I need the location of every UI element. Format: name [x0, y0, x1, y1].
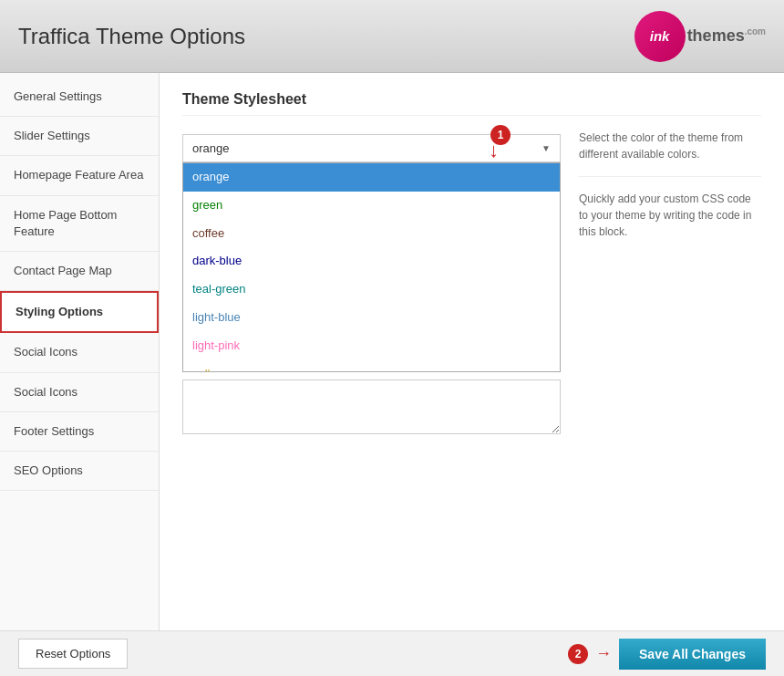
select-arrow-icon: ▼: [542, 143, 551, 153]
sidebar-item-homepage-feature-area[interactable]: Homepage Feature Area: [0, 156, 159, 195]
sidebar-item-social-icons-1[interactable]: Social Icons: [0, 333, 159, 372]
field-divider: [579, 176, 761, 177]
logo: ink themes.com: [634, 11, 766, 62]
dropdown-item-orange[interactable]: orange: [183, 163, 560, 192]
logo-circle: ink: [634, 11, 686, 62]
reset-options-button[interactable]: Reset Options: [18, 639, 128, 669]
step2-arrow-icon: →: [595, 644, 612, 663]
stylesheet-field-right: Select the color of the theme from diffe…: [579, 130, 761, 437]
dropdown-item-teal-green[interactable]: teal-green: [183, 276, 560, 304]
theme-stylesheet-section: Theme Stylesheet 1 ↓ orange ▼: [182, 91, 761, 437]
custom-css-textarea[interactable]: [182, 380, 561, 434]
logo-ink-text: ink: [650, 28, 670, 44]
sidebar-item-styling-options[interactable]: Styling Options: [0, 291, 159, 333]
step2-badge: 2: [568, 644, 588, 664]
page-title: Traffica Theme Options: [18, 24, 245, 49]
stylesheet-dropdown-list: orange green coffee dark-blue: [182, 162, 561, 372]
dropdown-item-dark-blue[interactable]: dark-blue: [183, 247, 560, 276]
dropdown-item-coffee[interactable]: coffee: [183, 220, 560, 248]
select-value: orange: [192, 141, 229, 155]
dropdown-item-green[interactable]: green: [183, 192, 560, 220]
main-content: Theme Stylesheet 1 ↓ orange ▼: [160, 73, 784, 630]
footer: Reset Options 2 → Save All Changes: [0, 630, 784, 676]
stylesheet-field-left: 1 ↓ orange ▼ orange: [182, 130, 561, 437]
custom-css-description: Quickly add your custom CSS code to your…: [579, 191, 761, 240]
logo-themes-text: themes.com: [687, 26, 766, 46]
sidebar-item-seo-options[interactable]: SEO Options: [0, 452, 159, 491]
stylesheet-select-wrapper: orange ▼ orange green co: [182, 134, 561, 372]
step2-wrapper: 2 → Save All Changes: [568, 639, 766, 670]
save-all-changes-button[interactable]: Save All Changes: [619, 639, 766, 670]
layout: General Settings Slider Settings Homepag…: [0, 73, 784, 630]
sidebar-item-home-page-bottom-feature[interactable]: Home Page Bottom Feature: [0, 196, 159, 252]
header: Traffica Theme Options ink themes.com: [0, 0, 784, 73]
step1-arrow-icon: ↓: [489, 139, 499, 162]
dropdown-item-light-pink[interactable]: light-pink: [183, 332, 560, 360]
stylesheet-field-row: 1 ↓ orange ▼ orange: [182, 130, 761, 437]
sidebar-item-footer-settings[interactable]: Footer Settings: [0, 412, 159, 452]
sidebar-item-slider-settings[interactable]: Slider Settings: [0, 117, 159, 156]
sidebar-item-social-icons-2[interactable]: Social Icons: [0, 373, 159, 412]
sidebar: General Settings Slider Settings Homepag…: [0, 73, 160, 630]
select-description: Select the color of the theme from diffe…: [579, 130, 761, 162]
section-title: Theme Stylesheet: [182, 91, 761, 116]
sidebar-item-contact-page-map[interactable]: Contact Page Map: [0, 252, 159, 291]
sidebar-item-general-settings[interactable]: General Settings: [0, 78, 159, 117]
dropdown-item-yellow[interactable]: yellow: [183, 360, 560, 372]
dropdown-item-light-blue[interactable]: light-blue: [183, 304, 560, 332]
